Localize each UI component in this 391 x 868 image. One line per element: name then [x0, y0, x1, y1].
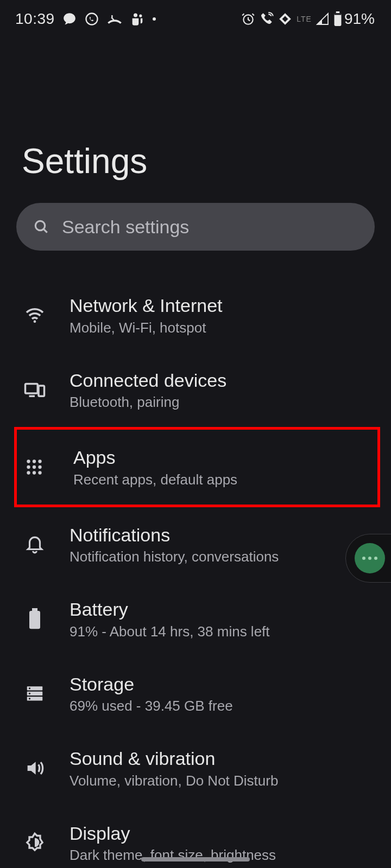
svg-point-26 [29, 693, 30, 694]
status-bar-right: LTE 91% [241, 10, 375, 28]
lte-label: LTE [297, 15, 312, 23]
chat-bubble-icon [62, 12, 77, 26]
wifi-diamond-icon [278, 12, 292, 26]
setting-row-battery[interactable]: Battery 91% - About 14 hrs, 38 mins left [0, 582, 391, 656]
edge-assistant-button[interactable] [345, 534, 391, 583]
svg-rect-21 [29, 611, 40, 629]
status-time: 10:39 [15, 10, 55, 28]
svg-point-25 [29, 687, 30, 689]
svg-point-14 [27, 465, 30, 469]
search-input[interactable]: Search settings [16, 203, 375, 251]
setting-subtitle: Bluetooth, pairing [70, 394, 226, 411]
setting-subtitle: 91% - About 14 hrs, 38 mins left [70, 623, 270, 640]
gesture-nav-handle[interactable] [141, 857, 250, 861]
devices-icon [22, 376, 48, 403]
svg-rect-20 [32, 608, 37, 611]
svg-point-12 [33, 459, 36, 463]
setting-row-storage[interactable]: Storage 69% used - 39.45 GB free [0, 656, 391, 731]
setting-title: Network & Internet [70, 294, 223, 317]
setting-title: Battery [70, 598, 270, 621]
setting-title: Apps [73, 446, 237, 469]
apps-grid-icon [21, 454, 47, 480]
brightness-icon [22, 829, 48, 856]
storage-icon [22, 680, 48, 706]
status-bar-left: 10:39 [15, 10, 156, 28]
alarm-icon [241, 12, 255, 26]
status-bar: 10:39 LTE 91% [0, 0, 391, 33]
page-title: Settings [22, 141, 369, 181]
svg-point-27 [29, 698, 30, 699]
svg-rect-4 [336, 11, 339, 13]
wifi-icon [22, 302, 48, 328]
svg-point-8 [34, 320, 36, 323]
svg-point-7 [35, 221, 45, 230]
svg-point-1 [134, 14, 137, 17]
settings-list: Network & Internet Mobile, Wi-Fi, hotspo… [0, 267, 391, 868]
setting-title: Notifications [70, 524, 279, 547]
svg-point-2 [139, 15, 142, 17]
more-dots-icon [355, 543, 385, 573]
setting-row-apps[interactable]: Apps Recent apps, default apps [14, 427, 380, 507]
setting-subtitle: Notification history, conversations [70, 548, 279, 565]
search-placeholder: Search settings [62, 216, 189, 238]
setting-subtitle: Recent apps, default apps [73, 471, 237, 488]
svg-point-16 [38, 465, 41, 469]
whatsapp-icon [84, 11, 99, 27]
setting-row-sound[interactable]: Sound & vibration Volume, vibration, Do … [0, 731, 391, 806]
wifi-calling-icon [260, 12, 274, 26]
battery-indicator: 91% [333, 10, 375, 28]
speaker-icon [22, 755, 48, 781]
setting-title: Connected devices [70, 369, 226, 392]
svg-rect-6 [334, 13, 341, 15]
more-notifications-dot-icon [153, 17, 156, 21]
search-wrap: Search settings [0, 203, 391, 267]
setting-subtitle: Volume, vibration, Do Not Disturb [70, 773, 278, 789]
teams-icon [130, 11, 145, 27]
setting-row-network[interactable]: Network & Internet Mobile, Wi-Fi, hotspo… [0, 278, 391, 353]
battery-percent: 91% [344, 10, 375, 28]
setting-subtitle: 69% used - 39.45 GB free [70, 698, 233, 714]
bell-icon [22, 531, 48, 557]
battery-icon [22, 606, 48, 632]
svg-point-13 [38, 459, 41, 463]
svg-rect-9 [26, 384, 38, 394]
signal-icon [316, 12, 329, 25]
setting-title: Sound & vibration [70, 747, 278, 770]
setting-subtitle: Mobile, Wi-Fi, hotspot [70, 320, 223, 336]
svg-point-18 [33, 471, 36, 474]
svg-point-15 [33, 465, 36, 469]
svg-point-11 [27, 459, 30, 463]
svg-rect-10 [39, 386, 45, 396]
missed-call-icon [107, 11, 122, 27]
setting-title: Storage [70, 673, 233, 696]
svg-point-0 [86, 14, 97, 25]
svg-rect-5 [334, 13, 341, 26]
setting-row-notifications[interactable]: Notifications Notification history, conv… [0, 507, 391, 582]
setting-title: Display [70, 822, 276, 845]
setting-row-connected-devices[interactable]: Connected devices Bluetooth, pairing [0, 353, 391, 427]
battery-icon [333, 11, 342, 27]
search-icon [33, 218, 50, 235]
svg-point-17 [27, 471, 30, 474]
header: Settings [0, 33, 391, 203]
svg-point-19 [38, 471, 41, 474]
